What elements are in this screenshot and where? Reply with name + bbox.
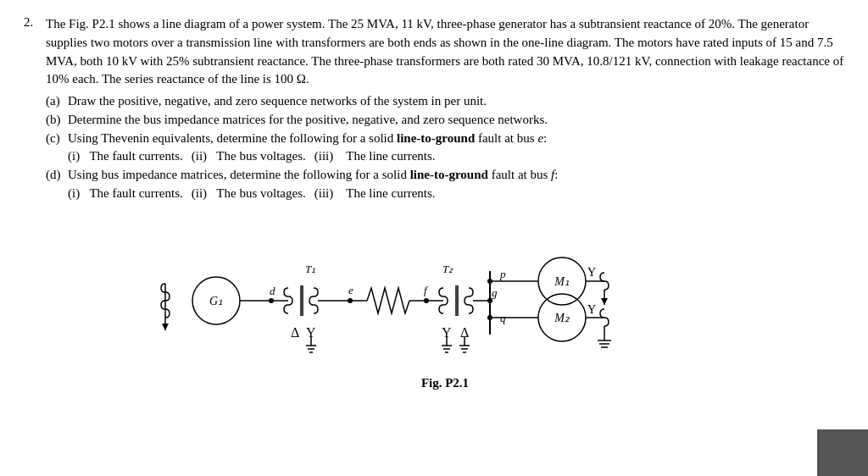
figure-caption: Fig. P2.1 xyxy=(421,376,469,390)
part-c-iii: (iii) The line currents. xyxy=(314,147,436,166)
svg-text:M₂: M₂ xyxy=(554,312,570,324)
svg-text:T₁: T₁ xyxy=(305,263,315,275)
svg-text:g: g xyxy=(492,286,498,299)
problem-number: 2. xyxy=(24,15,46,390)
part-d-sub-list: (i) The fault currents. (ii) The bus vol… xyxy=(68,185,844,203)
svg-marker-53 xyxy=(601,298,608,305)
parts-list: (a) Draw the positive, negative, and zer… xyxy=(46,92,844,203)
problem-block: 2. The Fig. P2.1 shows a line diagram of… xyxy=(24,15,844,390)
svg-point-46 xyxy=(487,279,492,284)
part-b-label: (b) xyxy=(46,111,64,130)
part-d-label: (d) xyxy=(46,166,64,203)
part-a-text: Draw the positive, negative, and zero se… xyxy=(68,92,844,111)
corner-overlay xyxy=(817,429,868,476)
part-b: (b) Determine the bus impedance matrices… xyxy=(46,111,844,130)
part-a: (a) Draw the positive, negative, and zer… xyxy=(46,92,844,111)
part-d-i: (i) The fault currents. xyxy=(68,185,183,203)
part-c-i: (i) The fault currents. xyxy=(68,147,183,166)
svg-text:Y: Y xyxy=(587,266,596,279)
problem-paragraph: The Fig. P2.1 shows a line diagram of a … xyxy=(46,15,844,89)
part-c-sub-list: (i) The fault currents. (ii) The bus vol… xyxy=(68,147,844,166)
part-a-label: (a) xyxy=(46,92,64,111)
part-d-iii: (iii) The line currents. xyxy=(314,185,436,203)
svg-text:M₁: M₁ xyxy=(554,275,570,288)
part-d-text: Using bus impedance matrices, determine … xyxy=(68,166,844,203)
svg-marker-4 xyxy=(162,324,169,330)
part-c-ii: (ii) The bus voltages. xyxy=(192,147,306,166)
part-d: (d) Using bus impedance matrices, determ… xyxy=(46,166,844,203)
svg-text:T₂: T₂ xyxy=(442,263,453,275)
svg-text:G₁: G₁ xyxy=(209,295,223,307)
svg-point-55 xyxy=(487,315,492,320)
page: 2. The Fig. P2.1 shows a line diagram of… xyxy=(0,0,868,476)
part-c-text: Using Thevenin equivalents, determine th… xyxy=(68,130,844,167)
problem-content: The Fig. P2.1 shows a line diagram of a … xyxy=(46,15,844,390)
diagram-area: G₁ d T₁ xyxy=(46,212,844,390)
svg-text:p: p xyxy=(499,268,506,280)
svg-text:f: f xyxy=(424,284,429,296)
svg-text:d: d xyxy=(270,285,275,297)
part-b-text: Determine the bus impedance matrices for… xyxy=(68,111,844,130)
svg-text:Δ: Δ xyxy=(291,325,299,340)
part-c-label: (c) xyxy=(46,130,64,167)
part-c: (c) Using Thevenin equivalents, determin… xyxy=(46,130,844,167)
svg-text:Y: Y xyxy=(587,303,596,316)
part-d-ii: (ii) The bus voltages. xyxy=(192,185,306,203)
svg-text:e: e xyxy=(348,284,353,296)
circuit-diagram: G₁ d T₁ xyxy=(140,212,750,373)
